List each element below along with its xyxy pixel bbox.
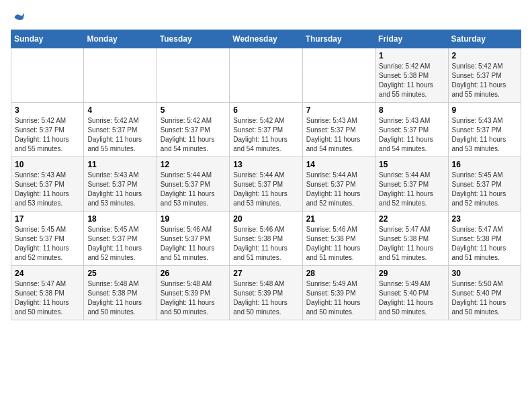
calendar-cell (302, 48, 375, 103)
calendar-cell: 28Sunrise: 5:49 AM Sunset: 5:39 PM Dayli… (302, 266, 375, 320)
day-info: Sunrise: 5:42 AM Sunset: 5:37 PM Dayligh… (233, 116, 298, 154)
calendar-cell: 11Sunrise: 5:43 AM Sunset: 5:37 PM Dayli… (84, 157, 157, 212)
calendar-cell: 1Sunrise: 5:42 AM Sunset: 5:38 PM Daylig… (375, 48, 448, 103)
day-info: Sunrise: 5:45 AM Sunset: 5:37 PM Dayligh… (87, 225, 152, 263)
day-number: 4 (87, 105, 152, 115)
page-header (11, 11, 521, 21)
logo-icon (12, 11, 26, 24)
calendar-week-5: 24Sunrise: 5:47 AM Sunset: 5:38 PM Dayli… (11, 266, 521, 320)
day-info: Sunrise: 5:43 AM Sunset: 5:37 PM Dayligh… (452, 116, 517, 154)
day-info: Sunrise: 5:42 AM Sunset: 5:37 PM Dayligh… (87, 116, 152, 154)
calendar-cell: 21Sunrise: 5:46 AM Sunset: 5:38 PM Dayli… (302, 212, 375, 266)
calendar-cell: 18Sunrise: 5:45 AM Sunset: 5:37 PM Dayli… (84, 212, 157, 266)
day-number: 23 (452, 214, 517, 224)
day-number: 15 (379, 160, 444, 169)
day-number: 25 (87, 269, 152, 278)
calendar-cell: 20Sunrise: 5:46 AM Sunset: 5:38 PM Dayli… (230, 212, 302, 266)
calendar-cell: 16Sunrise: 5:45 AM Sunset: 5:37 PM Dayli… (448, 157, 521, 212)
calendar-body: 1Sunrise: 5:42 AM Sunset: 5:38 PM Daylig… (11, 48, 521, 320)
day-number: 14 (306, 160, 371, 169)
calendar-cell: 29Sunrise: 5:49 AM Sunset: 5:40 PM Dayli… (375, 266, 448, 320)
calendar-cell: 7Sunrise: 5:43 AM Sunset: 5:37 PM Daylig… (302, 103, 375, 157)
day-number: 29 (379, 269, 444, 278)
day-header-saturday: Saturday (448, 30, 521, 48)
day-info: Sunrise: 5:44 AM Sunset: 5:37 PM Dayligh… (379, 171, 444, 208)
calendar-cell: 5Sunrise: 5:42 AM Sunset: 5:37 PM Daylig… (157, 103, 229, 157)
calendar-cell: 22Sunrise: 5:47 AM Sunset: 5:38 PM Dayli… (375, 212, 448, 266)
day-number: 13 (233, 160, 298, 169)
calendar-cell: 4Sunrise: 5:42 AM Sunset: 5:37 PM Daylig… (84, 103, 157, 157)
calendar-cell: 19Sunrise: 5:46 AM Sunset: 5:37 PM Dayli… (157, 212, 229, 266)
day-number: 8 (379, 105, 444, 115)
day-number: 2 (452, 51, 517, 60)
day-number: 5 (161, 105, 226, 115)
day-number: 17 (15, 214, 80, 224)
day-info: Sunrise: 5:48 AM Sunset: 5:38 PM Dayligh… (87, 279, 152, 317)
day-number: 7 (306, 105, 371, 115)
day-info: Sunrise: 5:50 AM Sunset: 5:40 PM Dayligh… (452, 279, 517, 317)
calendar-week-2: 3Sunrise: 5:42 AM Sunset: 5:37 PM Daylig… (11, 103, 521, 157)
calendar-week-3: 10Sunrise: 5:43 AM Sunset: 5:37 PM Dayli… (11, 157, 521, 212)
day-number: 11 (87, 160, 152, 169)
day-info: Sunrise: 5:42 AM Sunset: 5:37 PM Dayligh… (452, 62, 517, 99)
logo (11, 11, 26, 21)
calendar-cell: 8Sunrise: 5:43 AM Sunset: 5:37 PM Daylig… (375, 103, 448, 157)
day-info: Sunrise: 5:45 AM Sunset: 5:37 PM Dayligh… (15, 225, 80, 263)
day-info: Sunrise: 5:46 AM Sunset: 5:37 PM Dayligh… (161, 225, 226, 263)
day-info: Sunrise: 5:48 AM Sunset: 5:39 PM Dayligh… (233, 279, 298, 317)
day-header-sunday: Sunday (11, 30, 84, 48)
day-number: 28 (306, 269, 371, 278)
calendar-table: SundayMondayTuesdayWednesdayThursdayFrid… (11, 30, 521, 320)
day-info: Sunrise: 5:47 AM Sunset: 5:38 PM Dayligh… (15, 279, 80, 317)
calendar-cell: 23Sunrise: 5:47 AM Sunset: 5:38 PM Dayli… (448, 212, 521, 266)
day-info: Sunrise: 5:44 AM Sunset: 5:37 PM Dayligh… (233, 171, 298, 208)
day-header-monday: Monday (84, 30, 157, 48)
calendar-cell: 13Sunrise: 5:44 AM Sunset: 5:37 PM Dayli… (230, 157, 302, 212)
calendar-cell: 24Sunrise: 5:47 AM Sunset: 5:38 PM Dayli… (11, 266, 84, 320)
calendar-cell: 15Sunrise: 5:44 AM Sunset: 5:37 PM Dayli… (375, 157, 448, 212)
calendar-week-1: 1Sunrise: 5:42 AM Sunset: 5:38 PM Daylig… (11, 48, 521, 103)
day-header-wednesday: Wednesday (230, 30, 302, 48)
day-info: Sunrise: 5:43 AM Sunset: 5:37 PM Dayligh… (87, 171, 152, 208)
calendar-cell: 9Sunrise: 5:43 AM Sunset: 5:37 PM Daylig… (448, 103, 521, 157)
day-number: 6 (233, 105, 298, 115)
calendar-cell (157, 48, 229, 103)
day-info: Sunrise: 5:44 AM Sunset: 5:37 PM Dayligh… (306, 171, 371, 208)
day-number: 12 (161, 160, 226, 169)
calendar-cell: 12Sunrise: 5:44 AM Sunset: 5:37 PM Dayli… (157, 157, 229, 212)
calendar-cell: 6Sunrise: 5:42 AM Sunset: 5:37 PM Daylig… (230, 103, 302, 157)
day-number: 22 (379, 214, 444, 224)
day-number: 9 (452, 105, 517, 115)
day-number: 30 (452, 269, 517, 278)
day-info: Sunrise: 5:43 AM Sunset: 5:37 PM Dayligh… (15, 171, 80, 208)
calendar-cell: 10Sunrise: 5:43 AM Sunset: 5:37 PM Dayli… (11, 157, 84, 212)
day-info: Sunrise: 5:47 AM Sunset: 5:38 PM Dayligh… (379, 225, 444, 263)
calendar-cell: 2Sunrise: 5:42 AM Sunset: 5:37 PM Daylig… (448, 48, 521, 103)
day-info: Sunrise: 5:49 AM Sunset: 5:39 PM Dayligh… (306, 279, 371, 317)
day-number: 19 (161, 214, 226, 224)
calendar-header-row: SundayMondayTuesdayWednesdayThursdayFrid… (11, 30, 521, 48)
day-number: 1 (379, 51, 444, 60)
day-info: Sunrise: 5:48 AM Sunset: 5:39 PM Dayligh… (161, 279, 226, 317)
calendar-cell (84, 48, 157, 103)
day-header-tuesday: Tuesday (157, 30, 229, 48)
day-number: 18 (87, 214, 152, 224)
day-info: Sunrise: 5:45 AM Sunset: 5:37 PM Dayligh… (452, 171, 517, 208)
day-info: Sunrise: 5:42 AM Sunset: 5:38 PM Dayligh… (379, 62, 444, 99)
day-info: Sunrise: 5:43 AM Sunset: 5:37 PM Dayligh… (306, 116, 371, 154)
day-number: 26 (161, 269, 226, 278)
day-number: 10 (15, 160, 80, 169)
day-number: 3 (15, 105, 80, 115)
day-info: Sunrise: 5:44 AM Sunset: 5:37 PM Dayligh… (161, 171, 226, 208)
day-number: 16 (452, 160, 517, 169)
day-info: Sunrise: 5:46 AM Sunset: 5:38 PM Dayligh… (233, 225, 298, 263)
day-number: 21 (306, 214, 371, 224)
calendar-cell: 17Sunrise: 5:45 AM Sunset: 5:37 PM Dayli… (11, 212, 84, 266)
day-header-thursday: Thursday (302, 30, 375, 48)
calendar-week-4: 17Sunrise: 5:45 AM Sunset: 5:37 PM Dayli… (11, 212, 521, 266)
day-number: 27 (233, 269, 298, 278)
day-number: 24 (15, 269, 80, 278)
calendar-cell: 27Sunrise: 5:48 AM Sunset: 5:39 PM Dayli… (230, 266, 302, 320)
day-number: 20 (233, 214, 298, 224)
calendar-cell: 25Sunrise: 5:48 AM Sunset: 5:38 PM Dayli… (84, 266, 157, 320)
